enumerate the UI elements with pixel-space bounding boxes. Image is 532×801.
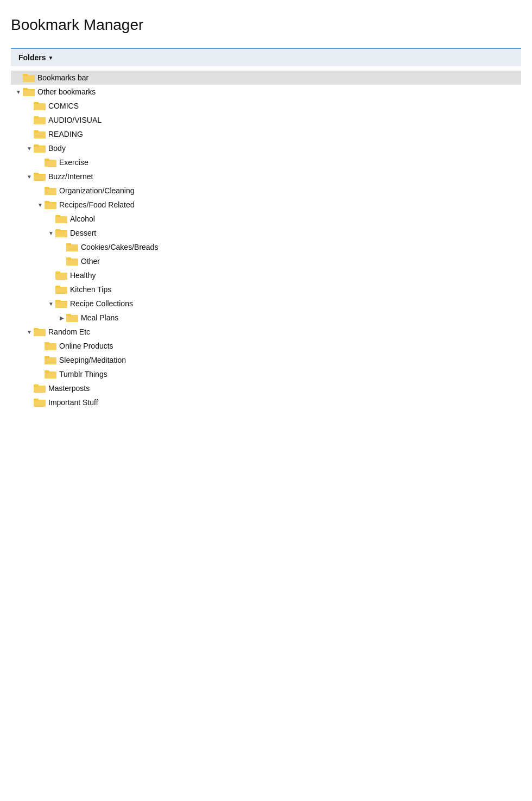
folder-label-alcohol: Alcohol [70,215,95,223]
svg-rect-126 [34,399,39,401]
folders-label: Folders [18,53,46,62]
folder-icon-bookmarks-bar [23,73,35,83]
tree-item-sleeping-meditation[interactable]: Sleeping/Meditation [11,353,521,367]
folder-label-audio-visual: AUDIO/VISUAL [48,116,102,124]
folder-icon-body [34,143,46,153]
svg-rect-99 [34,330,46,336]
svg-rect-36 [45,159,49,161]
svg-rect-53 [45,201,50,203]
folder-icon-other-bookmarks [23,87,35,97]
svg-rect-95 [66,314,71,316]
folder-icon-comics [34,101,46,111]
tree-item-tumblr-things[interactable]: Tumblr Things [11,367,521,381]
toggle-recipe-collections[interactable]: ▼ [47,301,55,307]
bookmark-tree: Bookmarks bar▼ Other bookmarks COMICS [11,68,521,412]
folder-icon-recipe-collections [55,299,67,308]
svg-rect-42 [34,173,39,175]
tree-item-buzz-internet[interactable]: ▼ Buzz/Internet [11,169,521,184]
folder-label-healthy: Healthy [70,271,96,280]
svg-rect-88 [55,302,67,308]
tree-item-reading[interactable]: READING [11,127,521,141]
tree-item-recipes-food-related[interactable]: ▼ Recipes/Food Related [11,198,521,212]
folder-label-cookies-cakes-breads: Cookies/Cakes/Breads [81,243,158,251]
tree-item-cookies-cakes-breads[interactable]: Cookies/Cakes/Breads [11,240,521,254]
svg-rect-69 [66,243,71,245]
tree-item-kitchen-tips[interactable]: Kitchen Tips [11,282,521,297]
folder-label-recipe-collections: Recipe Collections [70,299,133,308]
folder-label-reading: READING [48,130,83,138]
folder-icon-buzz-internet [34,172,46,181]
toggle-recipes-food-related[interactable]: ▼ [36,202,45,208]
folder-label-meal-plans: Meal Plans [81,313,118,322]
tree-item-important-stuff[interactable]: Important Stuff [11,395,521,409]
svg-rect-58 [55,215,60,217]
folder-icon-tumblr-things [45,369,56,379]
folder-label-other-bookmarks: Other bookmarks [37,87,96,96]
folder-label-tumblr-things: Tumblr Things [59,370,107,379]
tree-item-recipe-collections[interactable]: ▼ Recipe Collections [11,297,521,311]
folders-button[interactable]: Folders▼ [18,53,53,62]
folder-icon-random-etc [34,327,46,337]
tree-item-audio-visual[interactable]: AUDIO/VISUAL [11,113,521,127]
svg-rect-106 [45,342,49,344]
toggle-other-bookmarks[interactable]: ▼ [14,89,23,95]
svg-rect-40 [34,175,46,181]
folder-icon-important-stuff [34,398,46,407]
folder-label-important-stuff: Important Stuff [48,398,98,407]
svg-rect-47 [45,187,49,189]
svg-rect-64 [55,230,61,231]
folder-icon-sleeping-meditation [45,355,56,365]
tree-item-comics[interactable]: COMICS [11,99,521,113]
tree-item-other-bookmarks[interactable]: ▼ Other bookmarks [11,85,521,99]
tree-item-dessert[interactable]: ▼ Dessert [11,226,521,240]
svg-rect-84 [55,286,60,288]
tree-item-masterposts[interactable]: Masterposts [11,381,521,395]
folder-label-kitchen-tips: Kitchen Tips [70,285,111,294]
tree-item-meal-plans[interactable]: ▶ Meal Plans [11,311,521,325]
folder-icon-meal-plans [66,313,78,323]
folders-arrow: ▼ [48,55,54,61]
svg-rect-111 [45,356,49,358]
tree-item-online-products[interactable]: Online Products [11,339,521,353]
folder-icon-healthy [55,270,67,280]
folder-label-other-dessert: Other [81,257,100,266]
toolbar: Folders▼ [11,48,521,66]
folder-icon-kitchen-tips [55,285,67,294]
svg-rect-8 [23,90,35,96]
folder-icon-online-products [45,341,56,351]
svg-rect-20 [34,116,39,118]
folder-icon-audio-visual [34,115,46,125]
svg-rect-101 [34,329,39,330]
folder-icon-organization-cleaning [45,186,56,195]
folder-icon-masterposts [34,383,46,393]
tree-item-bookmarks-bar[interactable]: Bookmarks bar [11,71,521,85]
svg-rect-10 [23,89,28,90]
folder-label-masterposts: Masterposts [48,384,90,393]
tree-item-body[interactable]: ▼ Body [11,141,521,155]
toggle-buzz-internet[interactable]: ▼ [25,174,34,180]
folder-icon-recipes-food-related [45,200,56,210]
page-title: Bookmark Manager [11,11,521,39]
tree-item-exercise[interactable]: Exercise [11,155,521,169]
svg-rect-74 [66,257,71,260]
folder-icon-reading [34,129,46,139]
folder-label-online-products: Online Products [59,342,113,350]
toggle-body[interactable]: ▼ [25,146,34,152]
svg-rect-25 [34,130,39,133]
tree-item-other-dessert[interactable]: Other [11,254,521,268]
toggle-meal-plans[interactable]: ▶ [58,315,66,321]
folder-icon-alcohol [55,214,67,224]
folder-label-random-etc: Random Etc [48,327,90,336]
tree-item-random-etc[interactable]: ▼ Random Etc [11,325,521,339]
toggle-dessert[interactable]: ▼ [47,230,55,236]
folder-icon-cookies-cakes-breads [66,242,78,252]
svg-rect-51 [45,203,56,209]
toggle-random-etc[interactable]: ▼ [25,329,34,335]
tree-item-healthy[interactable]: Healthy [11,268,521,282]
svg-rect-62 [55,231,67,237]
folder-label-dessert: Dessert [70,229,96,237]
tree-item-organization-cleaning[interactable]: Organization/Cleaning [11,184,521,198]
folder-label-organization-cleaning: Organization/Cleaning [59,186,135,195]
svg-rect-15 [34,102,39,104]
tree-item-alcohol[interactable]: Alcohol [11,212,521,226]
